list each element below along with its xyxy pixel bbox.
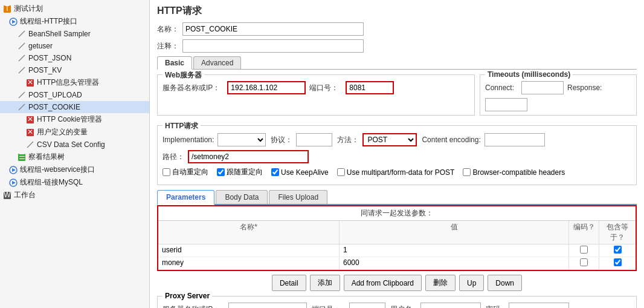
param-encode-1[interactable] <box>569 257 599 269</box>
follow-redirect-input[interactable] <box>217 168 225 176</box>
sidebar-item-label-post-kv: POST_KV <box>28 66 62 74</box>
browser-headers-checkbox[interactable]: Browser-compatible headers <box>463 168 565 177</box>
proxy-password-input[interactable] <box>509 303 569 308</box>
param-include-cb-0[interactable] <box>614 246 622 254</box>
svg-text:✕: ✕ <box>27 128 33 136</box>
sampler-icon <box>17 29 27 39</box>
tab-advanced[interactable]: Advanced <box>193 56 241 69</box>
sidebar-item-post-cookie[interactable]: POST_COOKIE <box>0 101 149 113</box>
server-input[interactable] <box>227 81 306 94</box>
sidebar-item-post-json[interactable]: POST_JSON <box>0 52 149 64</box>
delete-button[interactable]: 删除 <box>425 275 456 291</box>
response-input[interactable] <box>485 98 527 111</box>
up-button[interactable]: Up <box>459 275 484 291</box>
inner-tab-files-upload[interactable]: Files Upload <box>269 190 327 204</box>
impl-label: Implementation: <box>163 136 214 144</box>
web-server-section: Web服务器 服务器名称或IP： 端口号： <box>157 74 475 116</box>
sidebar-item-label-threadgroup-mysql: 线程组-链接MySQL <box>20 177 83 188</box>
keep-alive-input[interactable] <box>271 168 279 176</box>
col-include-header: 包含等于？ <box>599 221 636 244</box>
param-include-1[interactable] <box>599 257 636 269</box>
param-encode-0[interactable] <box>569 244 599 257</box>
testplan-icon: T <box>2 4 12 14</box>
encoding-input[interactable] <box>485 133 545 146</box>
inner-tab-body-data[interactable]: Body Data <box>216 190 268 204</box>
proto-label: 协议： <box>271 135 292 145</box>
sidebar-item-label-testplan: 测试计划 <box>14 4 43 14</box>
param-encode-cb-0[interactable] <box>580 246 588 254</box>
param-name-0: userid <box>158 244 340 257</box>
sidebar-item-threadgroup-web[interactable]: 线程组-webservice接口 <box>0 163 149 176</box>
svg-text:✕: ✕ <box>27 116 33 123</box>
param-row-0[interactable]: userid 1 <box>158 244 636 257</box>
http-icon <box>17 41 27 51</box>
connect-input[interactable] <box>521 81 564 94</box>
sidebar-item-csv-config[interactable]: CSV Data Set Config <box>0 139 149 151</box>
workbench-icon: W <box>2 191 12 200</box>
multipart-label: Use multipart/form-data for POST <box>347 168 455 177</box>
web-server-title: Web服务器 <box>163 70 204 80</box>
col-encode-header: 编码？ <box>569 221 599 244</box>
main-panel: HTTP请求 名称： 注释： BasicAdvanced Web服务器 服务器名… <box>150 0 644 308</box>
auto-redirect-input[interactable] <box>163 168 170 176</box>
sidebar-item-user-vars[interactable]: ✕用户定义的变量 <box>0 126 149 139</box>
col-value-header: 值 <box>340 221 569 244</box>
param-encode-cb-1[interactable] <box>580 258 588 266</box>
svg-line-16 <box>27 142 33 148</box>
sidebar-item-label-post-cookie: POST_COOKIE <box>28 103 80 111</box>
timeouts-section: Timeouts (milliseconds) Connect: Respons… <box>480 74 637 116</box>
sidebar-item-http-cookie[interactable]: ✕HTTP Cookie管理器 <box>0 113 149 126</box>
controller-icon: ✕ <box>25 115 35 125</box>
path-input[interactable] <box>188 150 309 163</box>
sidebar-item-threadgroup-http[interactable]: 线程组-HTTP接口 <box>0 15 149 28</box>
method-select[interactable]: POST GET PUT DELETE <box>362 133 417 146</box>
sidebar-item-http-header[interactable]: ✕HTTP信息头管理器 <box>0 76 149 89</box>
port-label: 端口号： <box>309 83 338 93</box>
proxy-username-input[interactable] <box>420 303 481 308</box>
detail-button[interactable]: Detail <box>272 275 306 291</box>
sidebar-item-workbench[interactable]: W工作台 <box>0 189 149 202</box>
sidebar-item-post-upload[interactable]: POST_UPLOAD <box>0 89 149 101</box>
name-input[interactable] <box>182 22 364 36</box>
keep-alive-checkbox[interactable]: Use KeepAlive <box>271 168 329 177</box>
browser-headers-input[interactable] <box>463 168 471 176</box>
http-request-section: HTTP请求 Implementation: 协议： 方法： POST GET … <box>157 125 637 185</box>
multipart-checkbox[interactable]: Use multipart/form-data for POST <box>337 168 455 177</box>
checkboxes-row: 自动重定向 跟随重定向 Use KeepAlive Use multipart/… <box>163 167 631 177</box>
sidebar-item-testplan[interactable]: T测试计划 <box>0 2 149 15</box>
follow-redirect-checkbox[interactable]: 跟随重定向 <box>217 167 263 177</box>
impl-select[interactable] <box>217 133 266 146</box>
proto-input[interactable] <box>296 133 332 146</box>
auto-redirect-checkbox[interactable]: 自动重定向 <box>163 167 208 177</box>
comment-input[interactable] <box>182 39 364 53</box>
param-row-1[interactable]: money 6000 <box>158 257 636 270</box>
main-tabs-bar: BasicAdvanced <box>157 56 637 70</box>
port-input[interactable] <box>346 81 394 94</box>
param-include-cb-1[interactable] <box>614 258 622 266</box>
sidebar-item-result-tree[interactable]: ☰察看结果树 <box>0 151 149 163</box>
http-request-title: HTTP请求 <box>163 121 201 131</box>
svg-text:T: T <box>5 5 10 13</box>
method-label: 方法： <box>337 135 359 145</box>
svg-line-4 <box>19 31 25 37</box>
sidebar-item-beanshell[interactable]: BeanShell Sampler <box>0 28 149 40</box>
sidebar-item-threadgroup-mysql[interactable]: 线程组-链接MySQL <box>0 176 149 189</box>
add-clipboard-button[interactable]: Add from Clipboard <box>344 275 422 291</box>
multipart-input[interactable] <box>337 168 345 176</box>
add-button[interactable]: 添加 <box>310 275 340 291</box>
param-include-0[interactable] <box>599 244 636 257</box>
proxy-port-input[interactable] <box>349 303 385 308</box>
proxy-server-input[interactable] <box>228 303 307 308</box>
response-label: Response: <box>567 84 602 92</box>
inner-tab-parameters[interactable]: Parameters <box>157 190 214 205</box>
down-button[interactable]: Down <box>488 275 522 291</box>
panel-title: HTTP请求 <box>157 5 637 18</box>
tab-basic[interactable]: Basic <box>157 56 192 70</box>
param-value-0: 1 <box>340 244 569 257</box>
sidebar-item-getuser[interactable]: getuser <box>0 40 149 52</box>
svg-line-5 <box>19 43 25 49</box>
threadgroup-icon <box>8 17 18 27</box>
sidebar-item-label-beanshell: BeanShell Sampler <box>28 30 91 38</box>
sidebar-item-post-kv[interactable]: POST_KV <box>0 64 149 76</box>
params-group-title: 同请求一起发送参数： <box>158 206 636 221</box>
